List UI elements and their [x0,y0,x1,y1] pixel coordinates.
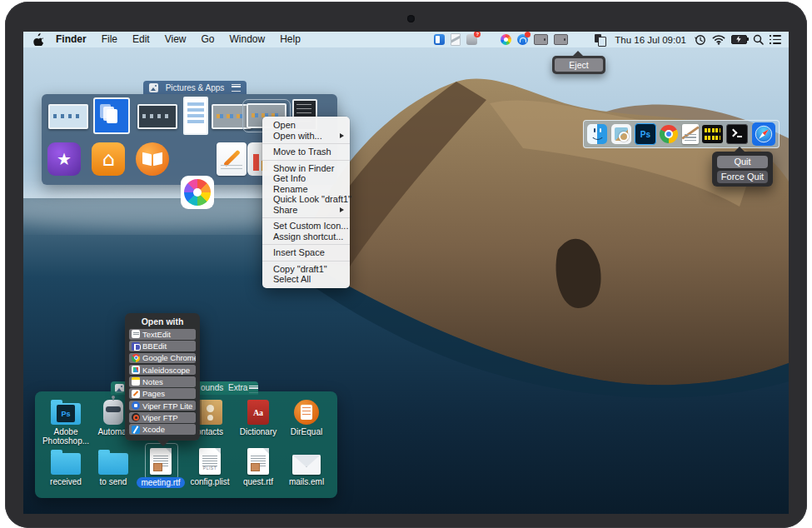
external-drive-eject-target-icon[interactable] [554,34,568,45]
time-machine-icon[interactable] [695,34,706,46]
force-quit-button[interactable]: Force Quit [717,171,768,183]
open-with-viper-ftp-lite[interactable]: Viper FTP Lite [129,401,196,411]
open-with-title: Open with [125,313,200,329]
open-with-bbedit[interactable]: BBEdit [129,341,196,351]
helper-app-icon[interactable]: ? [466,34,477,45]
menu-item-assign-shortcut[interactable]: Assign shortcut... [262,232,350,242]
battery-charging-icon[interactable] [731,35,747,44]
books-icon[interactable] [136,142,169,176]
automator-icon [103,400,123,425]
file-item-quest-rtf[interactable]: quest.rtf [235,446,281,486]
file-item-dictionary[interactable]: Aa Dictionary [235,396,281,436]
submenu-arrow-icon [340,207,344,212]
document-thumb[interactable] [183,97,208,135]
menu-item-copy[interactable]: Copy "draft1" [262,264,350,275]
menu-window[interactable]: Window [222,32,273,47]
email-document-icon [292,455,321,475]
quit-popover: Quit Force Quit [712,152,773,187]
wifi-icon[interactable] [712,34,725,45]
helper-badge: ? [474,32,481,37]
open-with-kaleidoscope[interactable]: Kaleidoscope [129,365,196,376]
app-store-icon[interactable] [517,34,528,45]
textedit-icon[interactable] [682,124,699,144]
dictionary-icon: Aa [247,400,269,425]
menu-item-share[interactable]: Share [262,205,350,216]
copy-app-tile[interactable] [93,97,130,134]
preview-icon[interactable] [611,124,631,144]
status-widget-icon[interactable] [702,125,723,143]
photoshop-icon[interactable]: Ps [635,123,656,145]
open-with-pages[interactable]: Pages [129,388,196,399]
menu-item-insert-space[interactable]: Insert Space [262,247,350,258]
plist-document-icon: PLIST [199,448,221,475]
menu-finder[interactable]: Finder [48,32,94,47]
sync-app-icon[interactable] [434,34,445,45]
eject-button[interactable]: Eject [555,58,603,72]
pages-icon[interactable] [217,142,247,176]
photos-app-icon[interactable] [181,176,214,209]
menu-item-open-with[interactable]: Open with... [262,131,350,142]
viper-ftp-lite-icon [132,401,140,410]
imovie-icon[interactable]: ★ [47,142,81,176]
menu-bar: Finder File Edit View Go Window Help ? T… [23,32,789,47]
chrome-icon[interactable] [660,125,678,143]
menu-item-select-all[interactable]: Select All [262,274,350,285]
photos-icon[interactable] [501,34,511,45]
copy-queue-icon[interactable] [595,34,606,46]
file-item-received[interactable]: received [42,446,89,486]
file-item-adobe-photoshop[interactable]: Ps Adobe Photoshop... [42,396,89,446]
open-with-google-chrome[interactable]: Google Chrome [129,353,196,364]
file-item-meeting-rtf-selected[interactable]: meeting.rtf [137,446,184,488]
terminal-icon[interactable] [726,124,748,144]
screenshot-finder-thumb[interactable] [212,104,252,129]
open-with-viper-ftp[interactable]: Viper FTP [129,412,196,423]
file-item-direqual[interactable]: DirEqual [283,396,330,436]
external-drive-icon[interactable] [534,34,548,45]
spotlight-icon[interactable] [753,34,764,45]
item-list-icon[interactable] [770,35,781,44]
menu-item-move-to-trash[interactable]: Move to Trash [262,147,350,157]
pages-icon [132,390,140,398]
file-item-mails-eml[interactable]: mails.eml [283,446,330,486]
home-icon[interactable]: ⌂ [92,142,125,176]
menu-separator [262,244,350,245]
menu-view[interactable]: View [157,32,194,47]
menu-item-rename[interactable]: Rename [262,184,350,195]
menu-separator [262,217,350,218]
editor-app-icon[interactable] [451,33,461,46]
menu-item-get-info[interactable]: Get Info [262,173,350,184]
menu-bar-clock[interactable]: Thu 16 Jul 09:01 [612,35,689,45]
menu-item-open[interactable]: Open [262,120,350,131]
screenshot-dark-thumb[interactable] [137,104,177,129]
photoshop-folder-icon: Ps [51,403,81,425]
panel-menu-icon[interactable] [232,84,241,92]
menu-file[interactable]: File [94,32,125,47]
menu-separator [262,261,350,262]
app-strip: Ps [583,120,780,148]
menu-help[interactable]: Help [272,32,308,47]
apple-menu-icon[interactable] [33,33,44,46]
plist-badge: PLIST [199,466,221,471]
textedit-icon [132,330,140,338]
open-with-textedit[interactable]: TextEdit [129,329,196,340]
menu-item-quick-look[interactable]: Quick Look "draft1" [262,194,350,205]
file-item-to-send[interactable]: to send [90,446,137,486]
xcode-icon [132,426,140,434]
finder-icon[interactable] [587,124,607,144]
open-with-notes[interactable]: Notes [129,376,196,387]
desktop-screen: Finder File Edit View Go Window Help ? T… [23,32,789,514]
safari-icon-selected[interactable] [752,122,775,146]
open-with-xcode[interactable]: Xcode [129,424,196,435]
quit-button[interactable]: Quit [717,156,768,168]
screenshot-toolbar-thumb[interactable] [48,104,88,129]
rtf-document-icon [150,448,172,475]
menu-edit[interactable]: Edit [125,32,157,47]
folder-icon [51,453,81,475]
pictures-apps-tab[interactable]: Pictures & Apps [143,81,247,94]
menu-item-show-in-finder[interactable]: Show in Finder [262,163,350,174]
menu-go[interactable]: Go [194,32,222,47]
home-house-glyph: ⌂ [102,147,114,171]
menu-item-set-custom-icon[interactable]: Set Custom Icon... [262,221,350,232]
notes-icon [132,377,140,386]
file-item-config-plist[interactable]: PLIST config.plist [187,446,233,486]
